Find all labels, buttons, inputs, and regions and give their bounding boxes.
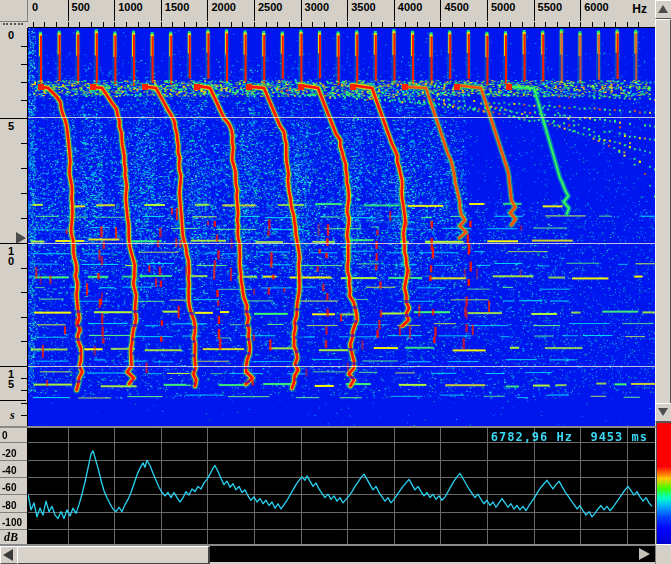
frequency-unit-label: Hz	[632, 2, 647, 16]
color-scale-bar	[656, 422, 671, 545]
db-tick-label: -40	[2, 465, 16, 476]
freq-minor-tick	[277, 22, 278, 27]
db-unit-label: dB	[4, 530, 18, 545]
db-ruler-line	[0, 529, 27, 530]
ruler-corner	[0, 0, 28, 22]
freq-minor-tick	[254, 22, 255, 27]
time-tick-label: 15	[8, 369, 14, 389]
freq-minor-tick	[580, 22, 581, 27]
db-tick-label: 0	[2, 430, 8, 441]
freq-minor-tick	[569, 22, 570, 27]
time-minor-tick	[21, 100, 27, 101]
time-minor-tick	[21, 193, 27, 194]
freq-minor-tick	[301, 22, 302, 27]
freq-tick-label: 5000	[491, 1, 515, 13]
corner-grip-dots	[3, 23, 23, 25]
freq-minor-tick	[394, 22, 395, 27]
freq-minor-tick	[475, 22, 476, 27]
scroll-right-button[interactable]	[636, 546, 656, 562]
time-minor-tick	[21, 292, 27, 293]
freq-minor-tick	[499, 22, 500, 27]
db-ruler-line	[0, 477, 27, 478]
freq-tick	[254, 0, 255, 21]
time-readout: 9453 ms	[590, 430, 648, 444]
freq-tick	[347, 0, 348, 21]
time-minor-tick	[21, 46, 27, 47]
freq-minor-tick	[91, 22, 92, 27]
freq-minor-tick	[371, 22, 372, 27]
db-ruler-line	[0, 494, 27, 495]
freq-tick	[301, 0, 302, 21]
time-minor-tick	[21, 415, 27, 416]
freq-minor-tick	[545, 22, 546, 27]
time-minor-tick	[21, 143, 27, 144]
freq-tick	[114, 0, 115, 21]
freq-minor-tick	[207, 22, 208, 27]
freq-tick-label: 3000	[305, 1, 329, 13]
freq-tick-label: 3500	[351, 1, 375, 13]
frequency-ruler: Hz 0500100015002000250030003500400045005…	[28, 0, 655, 28]
freq-minor-tick	[126, 22, 127, 27]
freq-tick	[580, 0, 581, 21]
freq-minor-tick	[487, 22, 488, 27]
db-tick-label: -20	[2, 448, 16, 459]
time-minor-tick	[21, 218, 27, 219]
time-minor-tick	[21, 390, 27, 391]
time-major-line	[0, 118, 27, 119]
arrow-left-icon	[3, 549, 13, 561]
freq-minor-tick	[44, 22, 45, 27]
freq-minor-tick	[114, 22, 115, 27]
time-minor-tick	[21, 64, 27, 65]
scroll-down-button[interactable]	[655, 403, 671, 422]
freq-minor-tick	[289, 22, 290, 27]
vertical-scrollbar-thumb[interactable]	[655, 19, 671, 406]
freq-minor-tick	[68, 22, 69, 27]
vertical-scrollbar[interactable]	[655, 0, 671, 420]
time-minor-tick	[21, 82, 27, 83]
db-tick-label: -60	[2, 482, 16, 493]
freq-minor-tick	[359, 22, 360, 27]
freq-minor-tick	[522, 22, 523, 27]
freq-minor-tick	[336, 22, 337, 27]
time-unit-label: s	[10, 408, 15, 423]
db-ruler: dB 0-20-40-60-80-100	[0, 428, 28, 544]
freq-minor-tick	[534, 22, 535, 27]
db-ruler-line	[0, 442, 27, 443]
horizontal-scrollbar-thumb[interactable]	[17, 546, 210, 564]
horizontal-scrollbar[interactable]	[0, 546, 656, 562]
freq-minor-tick	[103, 22, 104, 27]
arrow-right-icon	[639, 548, 650, 560]
freq-tick	[487, 0, 488, 21]
freq-tick	[440, 0, 441, 21]
freq-minor-tick	[429, 22, 430, 27]
freq-minor-tick	[627, 22, 628, 27]
freq-minor-tick	[440, 22, 441, 27]
freq-minor-tick	[219, 22, 220, 27]
freq-minor-tick	[242, 22, 243, 27]
spectrogram-canvas[interactable]	[28, 28, 655, 428]
time-major-line	[0, 366, 27, 367]
freq-tick-label: 1000	[118, 1, 142, 13]
freq-minor-tick	[405, 22, 406, 27]
arrow-down-icon	[658, 408, 668, 416]
freq-minor-tick	[266, 22, 267, 27]
freq-tick-label: 5500	[538, 1, 562, 13]
freq-minor-tick	[557, 22, 558, 27]
frequency-readout: 6782,96 Hz	[491, 430, 573, 444]
arrow-up-icon	[658, 5, 668, 13]
freq-tick	[207, 0, 208, 21]
spectrum-panel-canvas[interactable]	[28, 428, 655, 544]
freq-minor-tick	[452, 22, 453, 27]
freq-tick	[534, 0, 535, 21]
time-minor-tick	[21, 268, 27, 269]
freq-tick	[394, 0, 395, 21]
freq-tick	[68, 0, 69, 21]
scroll-up-button[interactable]	[655, 0, 671, 19]
time-tick-label: 10	[8, 246, 14, 266]
freq-minor-tick	[347, 22, 348, 27]
freq-tick-label: 4000	[398, 1, 422, 13]
db-tick-label: -100	[2, 517, 22, 528]
freq-minor-tick	[149, 22, 150, 27]
freq-tick	[161, 0, 162, 21]
time-minor-tick	[21, 378, 27, 379]
